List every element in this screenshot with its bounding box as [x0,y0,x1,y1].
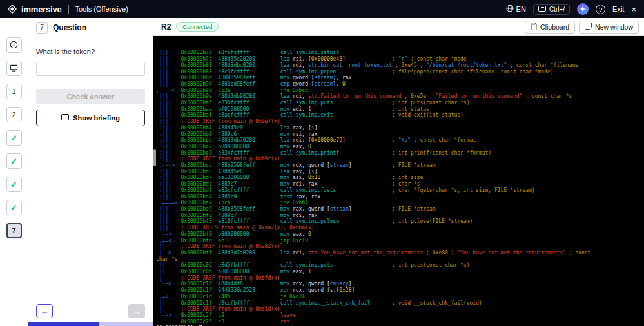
rail-item-question-7[interactable]: 7 [6,223,22,238]
language-label: EN [516,5,526,13]
brand-name: immersive [21,5,62,14]
terminal-line: :||| 0x00000bbb 488d3db70200. lea rdi, [… [156,137,644,144]
r2-panel: R2 Connected Clipboard New window [153,18,644,326]
terminal-line: ||| 0x00000b94 4883bd98feff. cmp qword [… [156,81,644,88]
question-nav: ← → [36,304,145,318]
show-briefing-button[interactable]: Show briefing [36,110,145,126]
immersive-logo-icon [8,5,17,14]
question-1-label: 1 [12,88,15,95]
topbar: immersive Tools (Offensive) EN Ctrl+/ [0,0,644,18]
topbar-right: EN Ctrl+/ ? Exit × [506,3,636,15]
r2-terminal[interactable]: ||| 0x00000b75 e8f6fcffff call sym.imp.s… [153,36,644,326]
connection-status-badge: Connected [176,22,219,32]
globe-icon [506,5,514,14]
monitor-icon [10,64,18,73]
check-icon: ✓ [10,203,17,213]
rail-item-question-3-complete[interactable]: ✓ [6,130,22,146]
terminal-line: ||| 0x00000bf0 4889c7 mov rdi, rax [156,213,644,219]
new-window-icon [585,23,592,31]
check-icon: ✓ [10,157,17,166]
terminal-line: ||| 0x00000b8d 48898598feff. mov qword [… [156,75,644,81]
terminal-line: ||| 0x00000b81 488d3dbd0200. lea rdi, st… [156,62,644,69]
terminal-line: ||| 0x00000be9 488b8598feff. mov rax, qw… [156,206,644,213]
scrollbar-thumb[interactable] [28,322,99,326]
terminal-line: :||| ; CODE XREF from main @ 0xb9c(x) [156,156,644,162]
terminal-line: ||| 0x00000bf3 e818fcffff call sym.imp.p… [156,218,644,225]
terminal-line: :||| 0x00000bc2 b800000000 mov eax, 0 [156,144,644,150]
r2-output: ||| 0x00000b75 e8f6fcffff call sym.imp.s… [156,50,644,326]
help-button[interactable]: ? [596,5,605,14]
terminal-line: ,=< 0x00000c1d 7405 je 0xc24 [156,294,644,300]
topbar-divider [68,5,69,14]
terminal-line: | ; CODE XREF from main @ 0xbfd(x) [156,275,644,282]
terminal-line: :||| 0x00000bdf e83cfcffff call sym.imp.… [156,187,644,194]
terminal-line: ||| 0x00000b9e 488d3db90200. lea rdi, st… [156,93,644,100]
terminal-line: || ; CODE XREF from main @ 0xa82(x) [156,244,644,250]
rail-item-machine[interactable] [6,61,22,76]
question-7-label: 7 [12,227,15,235]
terminal-line: |||| 0x00000baa bf01000000 mov edi, 1 ; … [156,106,644,113]
terminal-line: --> 0x00000bf8 b800000000 mov eax, 0 [156,231,644,238]
next-question-button[interactable]: → [128,304,145,318]
terminal-line: ||| ; CODE XREFS from main @ 0xaa7(x), 0… [156,225,644,231]
terminal-line: `--> 0x00000c24 c9 leave [156,312,644,319]
question-panel: 7 Question What is the token? Check answ… [28,18,153,326]
terminal-line: 0x00000c25 c3 ret [156,319,644,325]
prev-question-button[interactable]: ← [36,304,53,318]
rail-item-info[interactable] [6,37,22,53]
terminal-line: :||| 0x00000be4 4885c0 test rax, rax [156,194,644,200]
terminal-line: `--> 0x00000c10 488b4df8 mov rcx, qword … [156,281,644,287]
terminal-line: :||| 0x00000bd7 be13000000 mov esi, 0x13… [156,175,644,181]
terminal-line: |--> 0x00000bff 488d3d7a0200. lea rdi, s… [156,250,644,256]
answer-input[interactable] [36,62,145,76]
shortcut-label: Ctrl+/ [549,6,565,13]
r2-header: R2 Connected Clipboard New window [153,18,644,36]
terminal-line: :||| 0x00000bb4 488d45e0 lea rax, [s] [156,125,644,131]
terminal-line: 0x00000c14 6448330c2528. xor rcx, qword … [156,287,644,294]
question-number-badge: 7 [36,22,48,34]
question-panel-title: Question [53,23,86,32]
check-icon: ✓ [10,180,17,189]
question-2-label: 2 [12,111,15,119]
briefing-label: Show briefing [73,114,120,122]
main-area: 1 2 ✓ ✓ ✓ ✓ 7 7 Question [0,18,644,326]
boost-button[interactable] [577,3,589,15]
question-prompt: What is the token? [36,48,145,55]
rail-item-question-5-complete[interactable]: ✓ [6,177,22,192]
terminal-scrollbar-thumb[interactable] [153,149,156,166]
r2-header-actions: Clipboard New window [525,21,639,34]
exit-button[interactable]: Exit [612,5,624,13]
terminal-line: ||| 0x00000b7a 488d35c20200. lea rsi, [0… [156,56,644,62]
rail-item-question-4-complete[interactable]: ✓ [6,153,22,169]
rail-item-question-1[interactable]: 1 [6,84,22,99]
terminal-line: ||| 0x00000b88 e8c3fcffff call sym.imp.p… [156,69,644,75]
horizontal-scrollbar[interactable] [28,322,153,326]
briefing-icon [61,114,69,122]
terminal-line: || 0x00000c06 e8d5fbffff call sym.imp.pu… [156,262,644,269]
language-button[interactable]: EN [506,5,526,14]
rail-item-question-2[interactable]: 2 [6,107,22,122]
terminal-line: :||| 0x00000bdc 4889c7 mov rdi, rax ; ch… [156,181,644,187]
close-icon[interactable]: × [631,5,636,14]
help-label: ? [599,6,602,13]
clipboard-button[interactable]: Clipboard [525,21,575,34]
terminal-line: |||| 0x00000ba5 e836fcffff call sym.imp.… [156,100,644,106]
check-answer-button[interactable]: Check answer [36,89,145,104]
question-body: What is the token? Check answer Show bri… [28,37,153,326]
new-window-button[interactable]: New window [579,21,639,34]
terminal-line: | ; CODE XREF from main @ 0xc1d(x) [156,306,644,312]
rail-item-question-6-complete[interactable]: ✓ [6,200,22,215]
terminal-line: :||| 0x00000bb8 4889c6 mov rsi, rax [156,131,644,138]
terminal-line: :||| 0x00000bc7 e834fcffff call sym.imp.… [156,150,644,157]
keyboard-icon [538,6,546,13]
app-root: immersive Tools (Offensive) EN Ctrl+/ [0,0,644,326]
shortcut-button[interactable]: Ctrl+/ [533,4,570,15]
terminal-title: R2 [161,23,171,32]
question-rail: 1 2 ✓ ✓ ✓ ✓ 7 [0,18,28,326]
info-icon [10,41,18,50]
clipboard-icon [531,23,537,32]
product-title: Tools (Offensive) [75,5,128,13]
terminal-line: ||| 0x00000b75 e8f6fcffff call sym.imp.s… [156,50,644,56]
terminal-line: `====< 0x00000be7 75cb jne 0xbb4 [156,200,644,206]
terminal-line: :||| 0x00000bd3 488d45e0 lea rax, [s] [156,169,644,175]
